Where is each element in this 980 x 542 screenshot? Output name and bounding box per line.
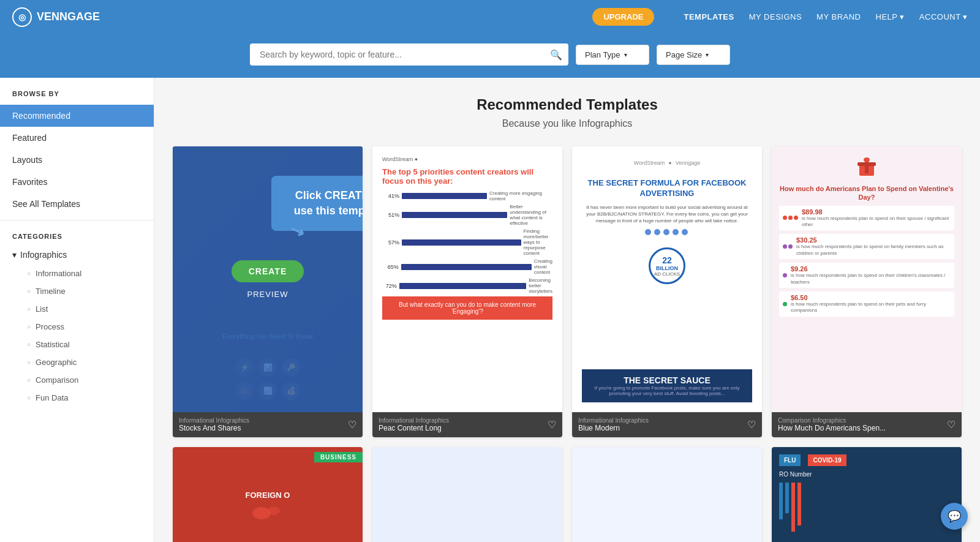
dot: [783, 244, 787, 249]
template-card-foreign-oil[interactable]: BUSINESS FOREIGN O: [173, 447, 363, 542]
bar-row-5: 72% Becoming better storytellers: [382, 277, 552, 294]
template-card-stocks[interactable]: Everything You Need To Know ⚡ 📊 🔑 💼 📈 💰: [173, 146, 363, 437]
val-row-4: $6.50 is how much respondents plan to sp…: [779, 292, 954, 317]
plan-type-dropdown[interactable]: Plan Type ▾: [576, 45, 649, 65]
logo-text: VENNGAGE: [37, 10, 100, 23]
search-input[interactable]: [250, 43, 568, 66]
nav-templates[interactable]: TEMPLATES: [684, 12, 734, 21]
map-text: FOREIGN O: [246, 491, 290, 526]
card-footer-info-2: Informational Infographics Peac Content …: [379, 417, 449, 432]
template-card-row2-empty-1[interactable]: [372, 447, 562, 542]
logo-area: ◎ VENNGAGE: [12, 7, 592, 27]
page-size-dropdown[interactable]: Page Size ▾: [657, 45, 730, 65]
card-cm: WordStream ● The top 5 priorities conten…: [372, 146, 562, 412]
section-subtitle: Because you like Infographics: [173, 118, 962, 129]
val-desc-1: is how much respondents plan to spend on…: [802, 216, 951, 228]
card-footer-3: Informational Infographics Blue Modern ♡: [572, 412, 762, 437]
val-amount-4: $6.50: [791, 294, 951, 301]
covid-bg: FLU COVID-19 RO Number: [772, 447, 962, 542]
sidebar-item-geographic[interactable]: ○ Geographic: [0, 353, 154, 371]
dot-icon: ○: [27, 377, 31, 383]
dot: [788, 244, 793, 249]
val-row-3-content: $9.26 is how much respondents plan to sp…: [791, 265, 951, 285]
search-button[interactable]: 🔍: [550, 49, 562, 61]
template-card-inner-4: How much do Americans Plan to Spend on V…: [772, 146, 962, 412]
val-dots-3: [783, 273, 787, 277]
overlay-actions: CREATE PREVIEW: [232, 260, 304, 299]
heart-icon-3[interactable]: ♡: [747, 419, 756, 431]
sidebar-item-featured[interactable]: Featured: [0, 127, 154, 149]
stat-circle: 22 BILLION AD CLICKS: [649, 247, 685, 284]
stat-number: 22: [662, 255, 672, 265]
template-card-row2-empty-2[interactable]: [572, 447, 762, 542]
chat-icon: 💬: [948, 510, 961, 523]
template-card-valentines[interactable]: How much do Americans Plan to Spend on V…: [772, 146, 962, 437]
sidebar-divider: [0, 220, 154, 220]
svg-point-5: [252, 507, 271, 519]
sidebar-item-comparison[interactable]: ○ Comparison: [0, 371, 154, 389]
sidebar-item-process[interactable]: ○ Process: [0, 318, 154, 336]
category-tag-1: Informational Infographics: [179, 417, 249, 424]
category-infographics[interactable]: ▾ Infographics: [0, 245, 154, 265]
heart-icon-1[interactable]: ♡: [348, 419, 356, 431]
top-nav: ◎ VENNGAGE UPGRADE TEMPLATES MY DESIGNS …: [0, 0, 980, 34]
sidebar-item-see-all[interactable]: See All Templates: [0, 193, 154, 215]
dot: [788, 216, 793, 220]
fb-bottom-text: The Secret Sauce: [588, 375, 746, 385]
heart-icon-4[interactable]: ♡: [947, 419, 956, 431]
chat-button[interactable]: 💬: [941, 503, 968, 530]
templates-grid-row2: BUSINESS FOREIGN O: [173, 447, 962, 542]
category-tag-2: Informational Infographics: [379, 417, 449, 424]
business-badge: BUSINESS: [314, 452, 363, 462]
card-footer-info-1: Informational Infographics Stocks And Sh…: [179, 417, 249, 432]
sidebar-item-informational[interactable]: ○ Informational: [0, 265, 154, 282]
val-amount-2: $30.25: [796, 236, 951, 244]
fb-title: The Secret Formula for Facebook Advertis…: [582, 178, 752, 199]
main-content: Recommended Templates Because you like I…: [154, 78, 980, 542]
sidebar-item-list[interactable]: ○ List: [0, 300, 154, 318]
dot-icon: ○: [27, 270, 31, 277]
stat-unit: AD CLICKS: [654, 271, 680, 277]
svg-point-6: [268, 506, 280, 515]
dot-5: [682, 229, 688, 235]
val-desc-3: is how much respondents plan to spend on…: [791, 273, 951, 285]
heart-icon-2[interactable]: ♡: [548, 419, 556, 431]
nav-my-designs[interactable]: MY DESIGNS: [749, 12, 802, 21]
nav-my-brand[interactable]: MY BRAND: [816, 12, 861, 21]
template-card-peac[interactable]: WordStream ● The top 5 priorities conten…: [372, 146, 562, 437]
sidebar-item-recommended[interactable]: Recommended: [0, 105, 154, 127]
val-dots-2: [783, 244, 793, 249]
expand-icon: ▾: [12, 250, 17, 260]
sidebar-item-statistical[interactable]: ○ Statistical: [0, 336, 154, 353]
bar-2: [785, 483, 789, 513]
card-footer-info-4: Comparison Infographics How Much Do Amer…: [778, 417, 886, 432]
val-row-1-content: $89.98 is how much respondents plan to s…: [802, 208, 951, 228]
nav-help[interactable]: HELP ▾: [876, 12, 905, 21]
create-button[interactable]: CREATE: [232, 260, 304, 282]
logo-icon: ◎: [12, 7, 32, 27]
search-container: 🔍: [250, 43, 568, 66]
dot: [794, 216, 798, 220]
dot-icon: ○: [27, 323, 31, 330]
sidebar-item-favorites[interactable]: Favorites: [0, 171, 154, 193]
page-title: Recommended Templates: [173, 96, 962, 113]
sidebar-item-timeline[interactable]: ○ Timeline: [0, 282, 154, 300]
val-amount-3: $9.26: [791, 265, 951, 273]
val-dots-1: [783, 216, 798, 220]
sidebar-item-fun-data[interactable]: ○ Fun Data: [0, 389, 154, 407]
template-card-blue-modern[interactable]: PREMIUM WordStream ● Venngage The Secret…: [572, 146, 762, 437]
nav-account[interactable]: ACCOUNT ▾: [919, 12, 968, 21]
nav-links: UPGRADE TEMPLATES MY DESIGNS MY BRAND HE…: [592, 8, 968, 26]
browse-by-label: BROWSE BY: [0, 90, 154, 105]
preview-link[interactable]: PREVIEW: [232, 290, 304, 299]
ro-title: RO Number: [779, 471, 954, 478]
val-dots-4: [783, 302, 787, 306]
sidebar-item-layouts[interactable]: Layouts: [0, 149, 154, 171]
flu-label: FLU: [779, 454, 801, 466]
fb-bottom: The Secret Sauce If you're going to prom…: [582, 369, 752, 402]
page-size-chevron: ▾: [706, 51, 709, 58]
card-footer-2: Informational Infographics Peac Content …: [372, 412, 562, 437]
upgrade-button[interactable]: UPGRADE: [592, 8, 654, 26]
template-card-ro-number[interactable]: FLU COVID-19 RO Number: [772, 447, 962, 542]
template-card-content-2: WordStream ● The top 5 priorities conten…: [372, 146, 562, 412]
